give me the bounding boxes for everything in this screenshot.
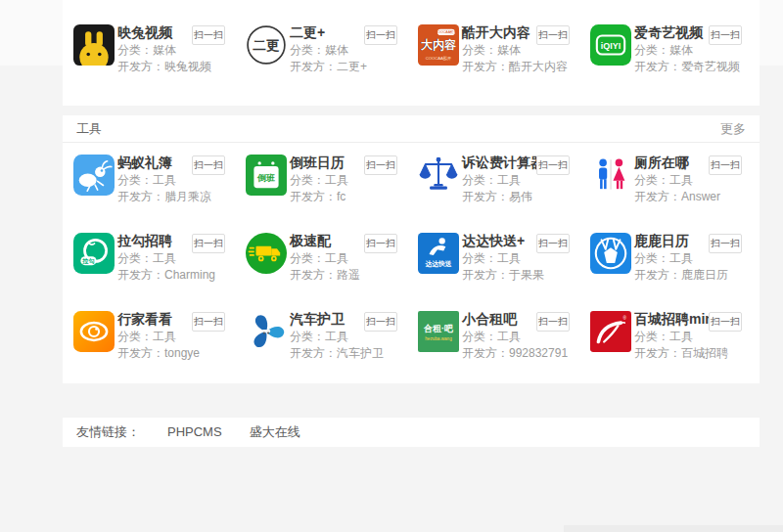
courier-icon: 达达快送	[418, 233, 459, 274]
svg-text:拉勾: 拉勾	[81, 257, 94, 265]
svg-text:大内容: 大内容	[421, 38, 456, 52]
app-developer: 开发方：汽车护卫	[290, 347, 384, 360]
app-card: 厕所在哪 分类：工具 开发方：Answer 扫一扫	[590, 155, 762, 233]
scan-button[interactable]: 扫一扫	[709, 234, 742, 253]
scan-button[interactable]: 扫一扫	[364, 312, 397, 332]
app-card: 诉讼费计算器 分类：工具 开发方：易伟 扫一扫	[418, 155, 590, 233]
svg-text:倒班: 倒班	[256, 173, 275, 183]
app-info: 二更+ 分类：媒体 开发方：二更+	[290, 24, 367, 73]
app-category: 分类：媒体	[290, 44, 367, 57]
app-developer: 开发方：fc	[290, 191, 348, 203]
app-developer: 开发方：鹿鹿日历	[634, 269, 728, 282]
scan-button[interactable]: 扫一扫	[709, 312, 742, 332]
more-link[interactable]: 更多	[720, 120, 746, 138]
scan-button[interactable]: 扫一扫	[364, 155, 397, 175]
calendar-icon: 倒班	[246, 155, 287, 196]
app-card: 行家看看 分类：工具 开发方：tongye 扫一扫	[73, 311, 246, 389]
tools-section: 工具 更多 蚂蚁礼簿 分类：工具 开发方：腊月乘凉 扫一扫 倒班 倒班日历 分类…	[63, 115, 760, 383]
app-category: 分类：工具	[117, 174, 211, 187]
scan-button[interactable]: 扫一扫	[536, 312, 570, 332]
scan-button[interactable]: 扫一扫	[709, 25, 742, 45]
friend-links-label: 友情链接：	[76, 424, 140, 439]
app-card: 蚂蚁礼簿 分类：工具 开发方：腊月乘凉 扫一扫	[73, 155, 246, 233]
app-info: 倒班日历 分类：工具 开发方：fc	[290, 155, 348, 203]
app-category: 分类：工具	[634, 252, 728, 265]
scan-button[interactable]: 扫一扫	[536, 155, 570, 175]
app-developer: 开发方：路遥	[290, 269, 360, 282]
ant-icon	[73, 155, 115, 196]
svg-text:二更: 二更	[253, 38, 280, 53]
tools-card-grid: 蚂蚁礼簿 分类：工具 开发方：腊月乘凉 扫一扫 倒班 倒班日历 分类：工具 开发…	[63, 143, 760, 389]
app-developer: 开发方：二更+	[290, 61, 367, 73]
app-category: 分类：工具	[462, 331, 568, 343]
scan-button[interactable]: 扫一扫	[536, 25, 570, 45]
app-card: 鹿鹿日历 分类：工具 开发方：鹿鹿日历 扫一扫	[590, 233, 762, 311]
app-title[interactable]: 厕所在哪	[634, 155, 720, 170]
media-section: 映兔视频 分类：媒体 开发方：映兔视频 扫一扫 二更 二更+ 分类：媒体 开发方…	[63, 0, 760, 106]
app-category: 分类：工具	[290, 252, 360, 265]
scan-button[interactable]: 扫一扫	[709, 155, 742, 175]
app-developer: 开发方：爱奇艺视频	[634, 61, 740, 73]
app-info: 诉讼费计算器 分类：工具 开发方：易伟	[462, 155, 544, 203]
ergeng-logo-icon: 二更	[246, 24, 287, 66]
coocaa-icon: COOCAA酷开大内容大内容COOCAA酷开	[418, 24, 459, 66]
app-category: 分类：工具	[290, 331, 384, 343]
app-info: 厕所在哪 分类：工具 开发方：Answer	[634, 155, 720, 203]
app-developer: 开发方：Charming	[117, 269, 215, 282]
app-category: 分类：工具	[634, 174, 720, 187]
app-category: 分类：工具	[462, 252, 544, 265]
app-card: ® 百城招聘min 分类：工具 开发方：百城招聘 扫一扫	[590, 311, 762, 389]
app-developer: 开发方：酷开大内容	[462, 61, 568, 73]
scan-button[interactable]: 扫一扫	[536, 234, 570, 253]
scan-button[interactable]: 扫一扫	[364, 234, 397, 253]
friend-links-bar: 友情链接：PHPCMS盛大在线	[63, 418, 760, 447]
app-developer: 开发方：映兔视频	[117, 61, 211, 73]
app-title[interactable]: 二更+	[290, 24, 367, 40]
lagou-icon: 拉勾	[73, 233, 115, 274]
app-title[interactable]: 诉讼费计算器	[462, 155, 544, 170]
app-card: 极速配 分类：工具 开发方：路遥 扫一扫	[246, 233, 418, 311]
truck-icon	[246, 233, 287, 274]
app-info: 行家看看 分类：工具 开发方：tongye	[117, 311, 200, 360]
bottom-edge-strip	[564, 525, 783, 532]
app-category: 分类：工具	[117, 252, 215, 265]
app-card: 映兔视频 分类：媒体 开发方：映兔视频 扫一扫	[73, 24, 246, 103]
section-title: 工具	[76, 120, 102, 138]
app-developer: 开发方：992832791	[462, 347, 568, 360]
eye-icon	[73, 311, 115, 352]
app-category: 分类：工具	[634, 331, 728, 343]
svg-text:iQIYI: iQIYI	[601, 41, 621, 51]
tools-section-header: 工具 更多	[63, 115, 760, 143]
rabbit-icon	[73, 24, 115, 66]
app-card: 倒班 倒班日历 分类：工具 开发方：fc 扫一扫	[246, 155, 418, 233]
svg-text:hezuba.wang: hezuba.wang	[425, 336, 452, 341]
app-title[interactable]: 行家看看	[117, 311, 200, 327]
app-title[interactable]: 倒班日历	[290, 155, 348, 170]
pinwheel-icon	[246, 311, 287, 352]
app-category: 分类：媒体	[462, 44, 568, 57]
svg-text:达达快送: 达达快送	[424, 260, 451, 268]
scan-button[interactable]: 扫一扫	[192, 312, 225, 332]
app-card: 汽车护卫 分类：工具 开发方：汽车护卫 扫一扫	[246, 311, 418, 389]
media-card-grid: 映兔视频 分类：媒体 开发方：映兔视频 扫一扫 二更 二更+ 分类：媒体 开发方…	[63, 0, 760, 103]
app-developer: 开发方：百城招聘	[634, 347, 728, 360]
friend-link-phpcms[interactable]: PHPCMS	[167, 424, 222, 439]
svg-text:合租·吧: 合租·吧	[423, 324, 453, 333]
app-developer: 开发方：腊月乘凉	[117, 191, 211, 203]
scan-button[interactable]: 扫一扫	[192, 155, 225, 175]
scan-button[interactable]: 扫一扫	[192, 25, 225, 45]
app-card: 达达快送 达达快送+ 分类：工具 开发方：于果果 扫一扫	[418, 233, 590, 311]
hezuba-icon: 合租·吧hezuba.wang	[418, 311, 459, 352]
deer-icon	[590, 233, 631, 274]
app-developer: 开发方：tongye	[117, 347, 200, 360]
horse-icon: ®	[590, 311, 631, 352]
scan-button[interactable]: 扫一扫	[364, 25, 397, 45]
app-developer: 开发方：于果果	[462, 269, 544, 282]
app-card: iQIYI 爱奇艺视频 分类：媒体 开发方：爱奇艺视频 扫一扫	[590, 24, 762, 103]
app-category: 分类：工具	[290, 174, 348, 187]
scan-button[interactable]: 扫一扫	[192, 234, 225, 253]
friend-link-shengda[interactable]: 盛大在线	[250, 424, 300, 439]
app-title[interactable]: 达达快送+	[462, 233, 544, 248]
app-card: 二更 二更+ 分类：媒体 开发方：二更+ 扫一扫	[246, 24, 418, 103]
app-title[interactable]: 极速配	[290, 233, 360, 248]
